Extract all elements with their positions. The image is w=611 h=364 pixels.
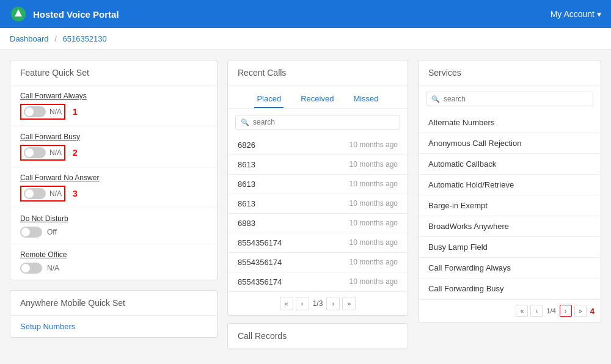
next-page-button[interactable]: ›	[326, 297, 340, 310]
call-number: 8613	[238, 160, 255, 169]
call-time: 10 months ago	[349, 238, 398, 247]
breadcrumb-separator: /	[54, 34, 57, 43]
cfb-value: N/A	[49, 148, 62, 157]
cfna-toggle[interactable]	[24, 188, 46, 199]
dnd-value: Off	[47, 228, 57, 236]
anywhere-mobile-title: Anywhere Mobile Quick Set	[10, 291, 217, 316]
call-time: 10 months ago	[349, 258, 398, 267]
list-item[interactable]: BroadWorks Anywhere	[419, 216, 601, 237]
svc-badge: 4	[590, 307, 595, 316]
page-indicator: 1/3	[312, 299, 324, 308]
services-search-box: 🔍	[426, 92, 593, 106]
my-account-button[interactable]: My Account ▾	[551, 9, 601, 19]
recent-calls-tabs: Placed Received Missed	[228, 86, 408, 109]
feature-item-cfna: Call Forward No Answer N/A 3	[10, 167, 217, 208]
call-list: 6826 10 months ago 8613 10 months ago 86…	[228, 136, 408, 292]
feature-quick-set-title: Feature Quick Set	[10, 60, 217, 86]
ro-value: N/A	[47, 264, 59, 272]
header-left: Hosted Voice Portal	[10, 5, 119, 23]
list-item[interactable]: Call Forwarding Always	[419, 258, 601, 278]
dnd-control: Off	[20, 227, 207, 238]
cfna-label: Call Forward No Answer	[20, 173, 207, 182]
call-records-title: Call Records	[228, 324, 408, 349]
feature-item-cfb: Call Forward Busy N/A 2	[10, 126, 217, 167]
search-icon: 🔍	[241, 118, 249, 126]
table-row: 8554356174 10 months ago	[228, 272, 408, 292]
cfa-badge: 1	[73, 107, 78, 117]
recent-calls-title: Recent Calls	[228, 60, 408, 86]
calls-search-box: 🔍	[235, 115, 400, 129]
ro-control: N/A	[20, 263, 207, 274]
call-time: 10 months ago	[349, 180, 398, 189]
call-number: 8613	[238, 180, 255, 189]
middle-column: Recent Calls Placed Received Missed 🔍 68…	[227, 60, 408, 349]
table-row: 8613 10 months ago	[228, 175, 408, 194]
feature-quick-set-card: Feature Quick Set Call Forward Always N/…	[10, 60, 218, 280]
call-time: 10 months ago	[349, 140, 398, 150]
first-page-button[interactable]: «	[280, 297, 293, 310]
call-number: 8554356174	[238, 258, 282, 267]
last-page-button[interactable]: »	[342, 297, 356, 310]
cfna-badge: 3	[73, 189, 78, 198]
chevron-down-icon: ▾	[597, 9, 601, 19]
anywhere-mobile-card: Anywhere Mobile Quick Set Setup Numbers	[10, 290, 218, 338]
calls-pagination: « ‹ 1/3 › »	[228, 292, 408, 315]
call-time: 10 months ago	[349, 160, 398, 169]
services-pagination: « ‹ 1/4 › » 4	[419, 299, 601, 322]
setup-numbers-link[interactable]: Setup Numbers	[20, 322, 75, 331]
call-number: 6826	[238, 140, 255, 150]
call-time: 10 months ago	[349, 219, 398, 228]
list-item[interactable]: Automatic Hold/Retrieve	[419, 175, 601, 195]
ro-toggle[interactable]	[20, 263, 42, 274]
cfa-value: N/A	[49, 107, 62, 116]
header: Hosted Voice Portal My Account ▾	[0, 0, 611, 28]
svc-last-page-button[interactable]: »	[574, 305, 587, 317]
breadcrumb: Dashboard / 6516352130	[0, 28, 611, 50]
calls-search-input[interactable]	[253, 118, 395, 126]
call-number: 8613	[238, 199, 255, 208]
list-item[interactable]: Busy Lamp Field	[419, 237, 601, 258]
dnd-toggle[interactable]	[20, 227, 42, 238]
breadcrumb-number[interactable]: 6516352130	[62, 34, 106, 43]
call-records-card: Call Records	[227, 323, 408, 349]
svc-prev-page-button[interactable]: ‹	[530, 305, 543, 317]
cfa-toggle[interactable]	[24, 106, 46, 117]
setup-numbers-item: Setup Numbers	[10, 316, 217, 337]
list-item[interactable]: Alternate Numbers	[419, 112, 601, 133]
app-title: Hosted Voice Portal	[33, 9, 119, 20]
right-column: Services 🔍 Alternate Numbers Anonymous C…	[418, 60, 601, 322]
dnd-label: Do Not Disturb	[20, 214, 207, 223]
cfb-toggle[interactable]	[24, 147, 46, 158]
list-item[interactable]: Anonymous Call Rejection	[419, 133, 601, 154]
list-item[interactable]: Automatic Callback	[419, 154, 601, 175]
prev-page-button[interactable]: ‹	[296, 297, 309, 310]
tab-missed[interactable]: Missed	[351, 90, 381, 108]
call-number: 8554356174	[238, 238, 282, 247]
cfna-control: N/A 3	[20, 186, 207, 202]
cfb-badge: 2	[73, 148, 78, 158]
feature-item-dnd: Do Not Disturb Off	[10, 208, 217, 244]
search-icon: 🔍	[431, 95, 440, 103]
svc-next-page-button[interactable]: ›	[560, 305, 572, 317]
table-row: 6826 10 months ago	[228, 136, 408, 155]
ro-label: Remote Office	[20, 250, 207, 259]
breadcrumb-dashboard[interactable]: Dashboard	[10, 34, 49, 43]
svc-page-indicator: 1/4	[545, 307, 557, 315]
tab-received[interactable]: Received	[298, 90, 336, 108]
svc-first-page-button[interactable]: «	[516, 305, 528, 317]
feature-item-ro: Remote Office N/A	[10, 244, 217, 280]
call-number: 8554356174	[238, 277, 282, 286]
table-row: 8613 10 months ago	[228, 194, 408, 214]
tab-placed[interactable]: Placed	[254, 90, 284, 108]
cfa-label: Call Forward Always	[20, 92, 207, 100]
table-row: 8554356174 10 months ago	[228, 233, 408, 253]
services-search-input[interactable]	[444, 95, 588, 103]
call-time: 10 months ago	[349, 199, 398, 208]
list-item[interactable]: Call Forwarding Busy	[419, 278, 601, 299]
services-card: Services 🔍 Alternate Numbers Anonymous C…	[418, 60, 601, 322]
call-time: 10 months ago	[349, 277, 398, 286]
cfb-control: N/A 2	[20, 145, 207, 161]
list-item[interactable]: Barge-in Exempt	[419, 195, 601, 216]
feature-item-cfa: Call Forward Always N/A 1	[10, 86, 217, 126]
logo-icon	[10, 5, 27, 23]
